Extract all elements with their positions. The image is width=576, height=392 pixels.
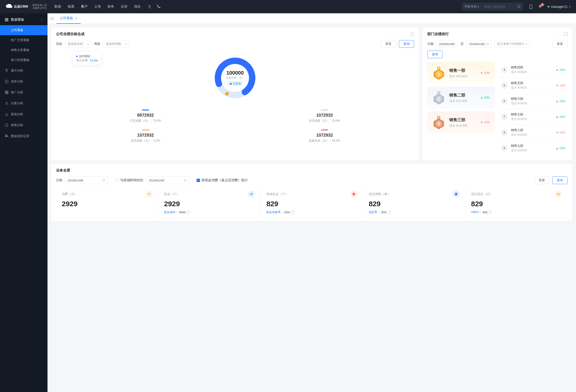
sidebar-item[interactable]: 推广分析	[0, 87, 48, 98]
delta-badge: ▲ 10%	[556, 68, 565, 71]
svg-text:2: 2	[438, 97, 440, 101]
sidebar-item[interactable]: 漏斗分析	[0, 65, 48, 76]
svg-rect-5	[5, 18, 6, 20]
help-icon[interactable]: ?	[489, 211, 492, 214]
topnav-item[interactable]: 公海	[94, 4, 101, 9]
sidebar-item[interactable]: 访客分析	[0, 98, 48, 109]
sidebar-item[interactable]: 销售分析	[0, 120, 48, 131]
date-from-input[interactable]: 2018/01/08	[436, 40, 458, 48]
brand-logo: 云朵CRM 教育机构一站 式服务云平台	[6, 4, 47, 9]
sidebar-item[interactable]: 成本分析	[0, 76, 48, 87]
search-type-select[interactable]: 手机号码▾	[462, 4, 482, 9]
collapse-icon[interactable]	[50, 17, 54, 20]
date-to-input[interactable]: 2018/01/08	[466, 40, 491, 48]
sidebar-item[interactable]: 客户经理看板	[0, 55, 48, 65]
topnav-item[interactable]: 数据	[54, 4, 61, 9]
mobile-icon[interactable]	[529, 4, 533, 9]
compare-label: 与其他时间对比	[120, 178, 144, 182]
medal-icon: 1	[432, 67, 445, 79]
search-box: 手机号码▾	[462, 3, 523, 11]
overview-card: 成交单数（单）829成交率：80%?	[363, 188, 465, 217]
stat-mode-select[interactable]: 按工单客户经理统计▾	[494, 40, 530, 48]
main-area: 公司看板 ✕ 公司业绩目标达成 ⛶ 目标 请选择目标▾ 周期 请选择周期▾	[48, 13, 576, 392]
brand-name: 云朵CRM	[14, 4, 28, 9]
sidebar-item[interactable]: 销售主管看板	[0, 45, 48, 55]
rank-card: 1销售一部流水 ¥10,900▼ 12%	[427, 62, 495, 84]
reset-button[interactable]: 重置	[552, 40, 568, 48]
svg-point-0	[149, 5, 150, 7]
expand-icon[interactable]: ⛶	[564, 32, 568, 36]
metric-icon	[555, 191, 562, 197]
reset-button[interactable]: 重置	[381, 40, 396, 48]
close-icon[interactable]: ✕	[75, 17, 77, 20]
sidebar-item[interactable]: 推广主管看板	[0, 35, 48, 45]
tab-company-board[interactable]: 公司看板 ✕	[57, 13, 81, 24]
nav-icon	[5, 112, 8, 116]
donut-center-value: 100000	[226, 70, 244, 76]
delta-badge: ▼ 12%	[480, 121, 490, 124]
metric-icon	[350, 191, 357, 197]
delta-badge: ▲ 10%	[556, 99, 565, 103]
search-icon[interactable]	[515, 5, 523, 8]
delta-badge: ▲ 10%	[480, 96, 490, 99]
sidebar-group-header[interactable]: 数据看板 ⌃	[0, 14, 48, 25]
goal-panel: 公司业绩目标达成 ⛶ 目标 请选择目标▾ 周期 请选择周期▾ 重置 查询	[51, 28, 419, 160]
stat-cell: 8972932已完成量（元）70.9%	[56, 106, 235, 126]
period-select[interactable]: 请选择周期▾	[103, 40, 129, 48]
overview-title: 业务全景	[56, 168, 70, 173]
svg-line-2	[519, 7, 520, 8]
nav-icon	[5, 80, 8, 83]
sidebar-item[interactable]: 公司看板	[0, 25, 48, 35]
svg-rect-26	[103, 180, 105, 181]
sidebar: 数据看板 ⌃ 公司看板推广主管看板销售主管看板客户经理看板 漏斗分析成本分析推广…	[0, 13, 48, 392]
overview-date-input[interactable]: 2018/01/08	[65, 177, 108, 184]
chevron-up-icon: ⌃	[41, 19, 43, 21]
delta-badge: ▲ 10%	[556, 115, 565, 119]
cash-checkbox[interactable]	[197, 179, 200, 182]
reset-button[interactable]: 重置	[534, 177, 549, 184]
topnav-item[interactable]: 运营	[121, 4, 127, 9]
phone-icon[interactable]	[156, 4, 161, 9]
rank-panel: 部门业绩排行 ⛶ 日期 2018/01/08 至 2018/01/08 按工单客…	[423, 28, 572, 160]
svg-rect-15	[487, 43, 489, 45]
topnav-item[interactable]: 财务	[108, 4, 114, 9]
chart-tooltip: 1072932 所占比例: 70.9%	[73, 52, 101, 65]
notification-icon[interactable]: 5	[538, 4, 542, 9]
cash-label: 按现金消费（返点后消费）统计	[201, 178, 248, 182]
overview-compare-date-input[interactable]: 2018/01/08	[146, 177, 189, 184]
compare-checkbox[interactable]	[115, 179, 119, 182]
target-select[interactable]: 请选择目标▾	[65, 40, 91, 48]
svg-rect-7	[5, 20, 6, 21]
nav-icon	[5, 101, 8, 105]
expand-icon[interactable]: ⛶	[411, 32, 414, 36]
top-navbar: 云朵CRM 教育机构一站 式服务云平台 数据线索客户公海财务运营报名 手机号码▾…	[0, 0, 576, 13]
tabs-bar: 公司看板 ✕	[48, 13, 576, 24]
sidebar-item[interactable]: 数据流转记录	[0, 131, 48, 142]
sidebar-item[interactable]: 渠道分析	[0, 109, 48, 120]
stat-cell: 1072932超额完成（元）89.9%	[235, 126, 414, 146]
label-date: 日期	[56, 178, 62, 182]
search-input[interactable]	[482, 5, 515, 8]
person-icon[interactable]	[147, 4, 152, 9]
query-button[interactable]: 查询	[552, 177, 568, 184]
query-button[interactable]: 查询	[399, 40, 414, 48]
user-menu[interactable]: manager11 ▾	[547, 5, 570, 8]
medal-icon: 3	[432, 116, 445, 128]
topnav-item[interactable]: 报名	[134, 4, 141, 9]
help-icon[interactable]: ?	[388, 211, 391, 214]
delta-badge: ▼ 12%	[556, 131, 565, 134]
overview-card: 机会（个）2929机会成本：¥948?	[158, 188, 261, 217]
topnav-item[interactable]: 客户	[81, 4, 87, 9]
notification-badge: 5	[541, 3, 545, 6]
help-icon[interactable]: ?	[291, 211, 294, 214]
rank-row: 5销售五部流水 ¥19020▼ 12%	[499, 78, 568, 93]
medal-icon: 2	[432, 91, 445, 104]
topnav-item[interactable]: 线索	[68, 4, 74, 9]
svg-rect-8	[7, 20, 8, 21]
overview-card: 有效机会（个）829机会有效率：80%?	[261, 188, 363, 217]
help-icon[interactable]: ?	[187, 211, 190, 214]
overview-card: 消费（元）2929	[56, 188, 158, 217]
query-button[interactable]: 查询	[427, 51, 443, 58]
delta-badge: ▼ 12%	[556, 84, 565, 87]
nav-icon	[5, 134, 8, 138]
